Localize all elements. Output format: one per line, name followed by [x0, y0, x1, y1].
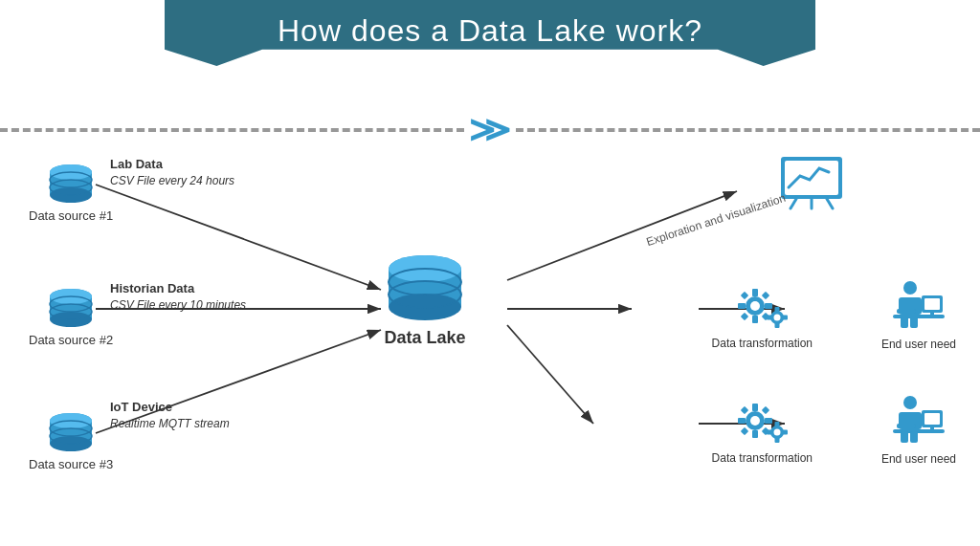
svg-line-8 [507, 325, 593, 424]
svg-rect-47 [741, 313, 748, 320]
svg-rect-59 [924, 298, 940, 310]
annotation-ds1-italic: CSV File every 24 hours [110, 174, 234, 187]
person-group-1: End user need [881, 280, 956, 351]
svg-line-5 [507, 191, 737, 280]
svg-rect-44 [765, 303, 772, 309]
person-group-2: End user need [881, 395, 956, 466]
ds3-label: Data source #3 [29, 457, 113, 471]
data-source-2: Data source #2 [29, 287, 113, 347]
chart-icon [777, 153, 846, 210]
svg-rect-51 [775, 307, 780, 313]
gear-label-1: Data transformation [712, 337, 813, 350]
gear-group-2: Data transformation [712, 395, 813, 465]
gear-label-2: Data transformation [712, 451, 813, 465]
data-lake-cylinder [383, 253, 467, 322]
svg-rect-79 [782, 430, 788, 435]
svg-rect-78 [767, 430, 772, 435]
svg-rect-62 [901, 317, 908, 328]
svg-line-36 [791, 199, 796, 208]
exploration-label: Exploration and visualization [644, 191, 787, 249]
svg-rect-54 [782, 316, 788, 320]
data-source-1: Data source #1 [29, 163, 113, 223]
annotation-ds2-bold: Historian Data [110, 281, 194, 295]
viz-output [777, 153, 846, 210]
ds1-label: Data source #1 [29, 208, 113, 223]
svg-rect-43 [738, 303, 746, 309]
annotation-ds2: Historian Data CSV File every 10 minutes [110, 280, 246, 314]
annotation-ds3-italic: Realtime MQTT stream [110, 417, 230, 430]
data-lake-center: Data Lake [383, 253, 467, 348]
svg-rect-76 [775, 422, 780, 427]
person-label-2: End user need [881, 452, 956, 466]
gear-group-1: Data transformation [712, 280, 813, 350]
svg-rect-86 [897, 424, 916, 428]
svg-line-37 [827, 199, 833, 208]
svg-rect-66 [752, 404, 758, 411]
db-cylinder-1 [46, 163, 96, 205]
svg-rect-46 [762, 292, 769, 299]
person-icon-1 [889, 280, 948, 334]
svg-rect-42 [752, 316, 758, 323]
data-source-3: Data source #3 [29, 411, 113, 471]
svg-rect-53 [767, 316, 772, 320]
svg-rect-67 [752, 430, 758, 438]
annotation-ds3-bold: IoT Device [110, 400, 172, 414]
main-content: Data source #1 Lab Data CSV File every 2… [0, 139, 980, 546]
svg-point-65 [750, 416, 760, 426]
banner-title: How does a Data Lake work? [203, 13, 777, 49]
banner: How does a Data Lake work? [165, 0, 815, 66]
svg-rect-71 [762, 406, 769, 414]
svg-point-80 [903, 396, 917, 409]
svg-rect-60 [930, 313, 934, 317]
svg-rect-68 [738, 418, 746, 424]
gear-icon-2 [729, 395, 794, 448]
svg-rect-69 [765, 418, 772, 424]
svg-point-55 [903, 281, 917, 295]
svg-rect-52 [775, 322, 780, 328]
annotation-ds1: Lab Data CSV File every 24 hours [110, 156, 234, 189]
svg-rect-77 [775, 437, 780, 443]
svg-rect-87 [901, 431, 908, 443]
svg-point-75 [774, 429, 781, 436]
svg-point-50 [774, 315, 781, 321]
svg-rect-61 [897, 309, 916, 314]
svg-rect-70 [741, 406, 748, 414]
data-lake-label: Data Lake [384, 328, 465, 348]
svg-rect-84 [924, 413, 940, 425]
db-cylinder-2 [46, 287, 96, 329]
svg-rect-41 [752, 289, 758, 296]
ds2-label: Data source #2 [29, 333, 113, 347]
svg-rect-85 [930, 427, 934, 431]
person-icon-2 [889, 395, 948, 448]
person-label-1: End user need [881, 338, 956, 351]
gear-icon-1 [729, 280, 794, 333]
svg-rect-72 [741, 427, 748, 435]
svg-rect-45 [741, 292, 748, 299]
svg-line-2 [96, 185, 381, 290]
dashes-right [516, 128, 980, 132]
svg-point-40 [750, 301, 760, 311]
dashes-left [0, 128, 464, 132]
annotation-ds1-bold: Lab Data [110, 157, 163, 171]
svg-rect-88 [910, 431, 918, 443]
svg-rect-63 [910, 317, 918, 328]
annotation-ds2-italic: CSV File every 10 minutes [110, 298, 246, 312]
annotation-ds3: IoT Device Realtime MQTT stream [110, 399, 230, 432]
db-cylinder-3 [46, 411, 96, 453]
